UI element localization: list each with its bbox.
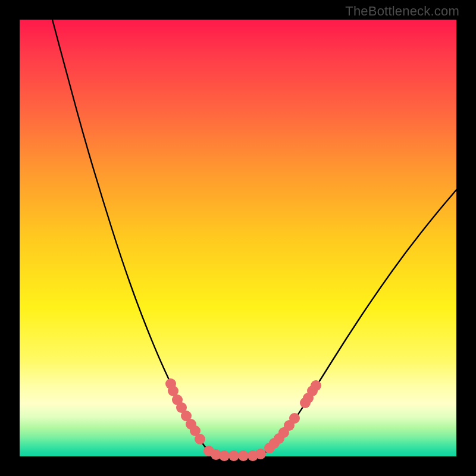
data-marker (219, 450, 230, 461)
curve-right-branch (258, 190, 456, 455)
data-marker (238, 450, 249, 461)
curve-left-branch (52, 20, 218, 455)
curve-group (52, 20, 456, 456)
data-marker (311, 380, 321, 391)
data-marker (289, 413, 300, 424)
watermark-text: TheBottleneck.com (345, 4, 459, 19)
data-marker (228, 450, 239, 461)
data-marker (255, 449, 266, 459)
data-marker (195, 434, 205, 444)
marker-group (165, 378, 321, 461)
outer-frame: TheBottleneck.com (0, 0, 476, 476)
chart-svg (20, 20, 456, 456)
